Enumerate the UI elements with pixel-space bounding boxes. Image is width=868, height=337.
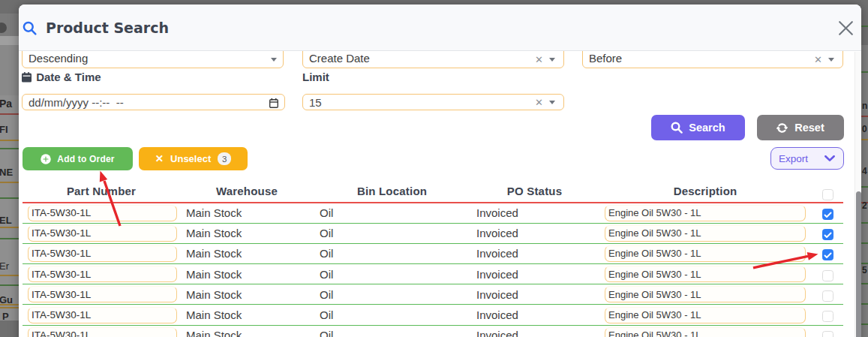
table-row[interactable]: ITA-5W30-1L Main Stock Oil Invoiced Engi… [23,243,843,263]
check-icon [824,232,832,239]
sort-field-value: Create Date [309,49,370,68]
background-text-fragment: FI [0,124,8,135]
col-part-number: Part Number [23,180,180,203]
background-line [861,71,868,73]
po-status-cell: Invoiced [470,223,599,243]
refresh-icon [776,122,788,134]
row-checkbox[interactable] [822,290,833,302]
description-cell[interactable]: Engine Oil 5W30 - 1L [605,327,806,337]
limit-value: 15 [309,95,322,110]
background-line [861,116,868,117]
unselect-button[interactable]: ✕ Unselect 3 [139,147,248,170]
background-band [0,36,20,45]
table-row[interactable]: ITA-5W30-1L Main Stock Oil Invoiced Engi… [23,203,843,223]
table-row[interactable]: ITA-5W30-1L Main Stock Oil Invoiced Engi… [23,325,843,337]
description-cell[interactable]: Engine Oil 5W30 - 1L [605,225,806,242]
background-line [861,139,868,140]
table-header-row: Part Number Warehouse Bin Location PO St… [23,180,843,203]
background-line [0,284,20,286]
background-line [861,186,868,188]
row-checkbox[interactable] [822,249,833,260]
unselect-count-badge: 3 [218,152,231,165]
clear-icon[interactable]: ✕ [814,54,822,65]
background-text-fragment: NE [0,167,13,178]
row-checkbox[interactable] [822,331,833,337]
add-to-order-button[interactable]: Add to Order [23,147,133,170]
clear-icon[interactable]: ✕ [535,97,543,108]
background-line [0,304,20,305]
scrollbar-thumb[interactable] [856,191,861,337]
bin-location-cell: Oil [314,223,470,243]
limit-label: Limit [302,71,329,83]
table-row[interactable]: ITA-5W30-1L Main Stock Oil Invoiced Engi… [23,264,843,284]
background-line [0,140,20,141]
background-line [861,303,868,305]
backdrop-right: n 0 4 2 5 [861,0,868,337]
date-picker-icon[interactable] [269,98,278,108]
warehouse-cell: Main Stock [180,264,314,284]
part-number-cell[interactable]: ITA-5W30-1L [28,327,177,337]
background-text-fragment: n [862,101,867,111]
part-number-cell[interactable]: ITA-5W30-1L [28,245,177,262]
part-number-cell[interactable]: ITA-5W30-1L [28,266,177,282]
background-line [861,263,868,264]
background-text-fragment: 5 [862,265,867,275]
warehouse-cell: Main Stock [180,243,314,263]
row-checkbox[interactable] [822,209,833,220]
background-text-fragment: Pa [0,98,12,110]
background-band [0,0,20,14]
background-line [861,222,868,224]
search-icon [23,21,37,35]
select-all-checkbox[interactable] [822,189,833,200]
row-checkbox[interactable] [822,311,833,322]
background-line [861,323,868,325]
warehouse-cell: Main Stock [180,203,314,223]
product-search-modal: Descending Create Date ✕ Before ✕ Date &… [19,5,861,337]
chevron-down-icon [271,58,277,62]
po-status-cell: Invoiced [470,203,599,223]
row-checkbox[interactable] [822,229,833,240]
part-number-cell[interactable]: ITA-5W30-1L [28,205,177,221]
table-row[interactable]: ITA-5W30-1L Main Stock Oil Invoiced Engi… [23,305,843,325]
datetime-label: Date & Time [22,71,101,83]
bin-location-cell: Oil [314,264,470,284]
search-icon [671,122,683,134]
limit-select[interactable]: 15 ✕ [302,94,564,110]
close-icon[interactable] [839,21,853,35]
description-cell[interactable]: Engine Oil 5W30 - 1L [605,307,806,323]
export-button[interactable]: Export [770,147,844,170]
clear-icon[interactable]: ✕ [535,54,543,65]
sort-order-value: Descending [29,49,88,68]
part-number-cell[interactable]: ITA-5W30-1L [28,286,177,302]
background-line [0,238,20,239]
description-cell[interactable]: Engine Oil 5W30 - 1L [605,245,806,262]
description-cell[interactable]: Engine Oil 5W30 - 1L [605,205,806,221]
modal-title: Product Search [46,5,169,51]
background-line [0,148,20,149]
part-number-cell[interactable]: ITA-5W30-1L [28,225,177,242]
po-status-cell: Invoiced [470,264,599,284]
background-band [0,320,20,337]
part-number-cell[interactable]: ITA-5W30-1L [28,307,177,323]
search-button[interactable]: Search [651,115,745,140]
background-band [861,0,868,45]
warehouse-cell: Main Stock [180,305,314,325]
background-text-fragment: EL [0,215,12,226]
col-warehouse: Warehouse [180,180,314,203]
table-row[interactable]: ITA-5W30-1L Main Stock Oil Invoiced Engi… [23,223,843,243]
table-row[interactable]: ITA-5W30-1L Main Stock Oil Invoiced Engi… [23,284,843,305]
background-text-fragment: 0 [862,124,867,134]
col-bin-location: Bin Location [314,180,470,203]
description-cell[interactable]: Engine Oil 5W30 - 1L [605,286,806,302]
modal-scrollbar[interactable] [854,52,861,337]
datetime-input[interactable]: dd/mm/yyyy --:-- -- [22,94,285,110]
description-cell[interactable]: Engine Oil 5W30 - 1L [605,266,806,282]
backdrop-left: Pa FI NE EL Er Gu P [0,0,20,337]
background-text-fragment: 2 [862,200,867,211]
row-checkbox[interactable] [822,270,833,281]
background-line [0,307,20,308]
plus-circle-icon [41,154,51,164]
col-description: Description [599,180,812,203]
reset-button[interactable]: Reset [757,115,844,140]
warehouse-cell: Main Stock [180,284,314,305]
